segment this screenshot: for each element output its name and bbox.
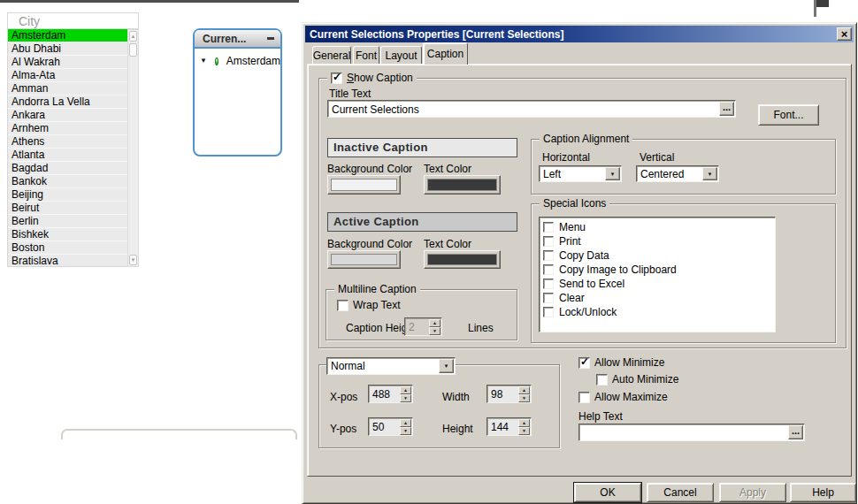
active-bg-color-swatch[interactable]: [327, 250, 401, 269]
field-dropdown-icon[interactable]: ▼: [200, 57, 207, 65]
inactive-text-color-swatch[interactable]: [424, 175, 501, 195]
city-list-item[interactable]: Amman: [8, 82, 127, 95]
scroll-down-icon[interactable]: ▼: [129, 255, 137, 265]
spin-down-icon[interactable]: ▼: [429, 327, 440, 335]
height-spinner[interactable]: 144 ▲ ▼: [486, 417, 532, 436]
allow-maximize-label: Allow Maximize: [594, 391, 668, 403]
selection-led-icon: [215, 57, 218, 65]
vertical-label: Vertical: [640, 151, 674, 164]
city-list-item[interactable]: Bratislava: [8, 255, 127, 267]
inactive-caption-preview: Inactive Caption: [327, 138, 517, 157]
wrap-text-row: Wrap Text: [337, 299, 401, 311]
inactive-text-color-label: Text Color: [424, 163, 471, 175]
font-button[interactable]: Font...: [758, 104, 819, 126]
lines-label: Lines: [468, 322, 494, 334]
show-caption-checkbox[interactable]: ✓: [331, 73, 342, 84]
city-list-item[interactable]: Amsterdam: [8, 29, 127, 42]
help-text-input[interactable]: ...: [578, 424, 805, 441]
city-list-item[interactable]: Andorra La Vella: [8, 95, 127, 109]
special-icon-label: Copy Data: [559, 249, 609, 262]
minimize-icon[interactable]: [267, 37, 274, 40]
help-text-more-button[interactable]: ...: [788, 425, 803, 439]
special-icon-checkbox[interactable]: [543, 222, 554, 233]
show-caption-legend: ✓ Show Caption: [327, 72, 417, 85]
width-spinner[interactable]: 98 ▲ ▼: [486, 385, 532, 403]
auto-minimize-checkbox[interactable]: [596, 374, 608, 386]
spin-down-icon[interactable]: ▼: [518, 427, 530, 435]
allow-minimize-checkbox[interactable]: ✓: [578, 357, 590, 369]
tab-font[interactable]: Font: [353, 46, 379, 64]
horizontal-align-select[interactable]: Left ▼: [539, 165, 622, 182]
title-text-input[interactable]: Current Selections ...: [327, 100, 736, 118]
title-text-more-button[interactable]: ...: [719, 102, 734, 116]
city-list-item[interactable]: Al Wakrah: [8, 56, 127, 69]
city-listbox-caption[interactable]: City: [7, 12, 139, 29]
dropdown-icon[interactable]: ▼: [439, 359, 454, 373]
active-text-color-swatch[interactable]: [424, 250, 501, 269]
allow-maximize-checkbox[interactable]: [578, 392, 590, 403]
special-icon-checkbox[interactable]: [543, 250, 554, 261]
city-list-item[interactable]: Abu Dhabi: [8, 42, 127, 56]
caption-height-spinner[interactable]: 2 ▲ ▼: [404, 317, 442, 336]
ok-button[interactable]: OK: [574, 483, 641, 502]
cancel-button[interactable]: Cancel: [647, 483, 714, 502]
special-icon-row: Clear: [540, 291, 775, 305]
xpos-spinner[interactable]: 488 ▲ ▼: [368, 385, 413, 403]
city-list-item[interactable]: Atlanta: [8, 149, 127, 162]
spin-up-icon[interactable]: ▲: [518, 386, 530, 394]
city-scrollbar[interactable]: ▲ ▼: [127, 29, 139, 267]
allow-minimize-row: ✓ Allow Minimize: [578, 356, 664, 369]
inactive-bg-color-label: Background Color: [327, 163, 412, 175]
title-text-value: Current Selections: [328, 101, 735, 116]
spin-up-icon[interactable]: ▲: [429, 319, 440, 327]
city-list-item[interactable]: Beirut: [8, 202, 127, 215]
apply-button[interactable]: Apply: [719, 483, 786, 502]
city-list-item[interactable]: Ankara: [8, 109, 127, 122]
scroll-thumb[interactable]: [129, 43, 137, 57]
ypos-spinner[interactable]: 50 ▲ ▼: [368, 417, 413, 436]
wrap-text-label: Wrap Text: [353, 299, 401, 311]
special-icon-checkbox[interactable]: [543, 307, 554, 317]
scroll-up-icon[interactable]: ▲: [129, 31, 137, 42]
city-list-item[interactable]: Alma-Ata: [8, 69, 127, 82]
active-text-color-label: Text Color: [424, 238, 471, 250]
city-list-item[interactable]: Boston: [8, 241, 127, 255]
selected-value[interactable]: Amsterdam: [226, 55, 280, 67]
layout-mode-select[interactable]: Normal ▼: [326, 357, 456, 375]
city-list-item[interactable]: Athens: [8, 135, 127, 149]
special-icon-checkbox[interactable]: [543, 293, 554, 303]
dropdown-icon[interactable]: ▼: [605, 167, 620, 180]
ypos-label: Y-pos: [330, 423, 356, 435]
city-list-item[interactable]: Bankok: [8, 175, 127, 188]
tab-caption[interactable]: Caption: [423, 42, 468, 65]
tab-general[interactable]: General: [312, 46, 351, 64]
spin-down-icon[interactable]: ▼: [400, 427, 411, 435]
check-icon: ✓: [580, 355, 589, 368]
spin-down-icon[interactable]: ▼: [518, 394, 530, 402]
vertical-align-select[interactable]: Centered ▼: [636, 165, 719, 182]
dropdown-icon[interactable]: ▼: [702, 167, 717, 180]
wrap-text-checkbox[interactable]: [337, 300, 349, 311]
city-list-item[interactable]: Arnhem: [8, 122, 127, 135]
city-list-item[interactable]: Beijing: [8, 188, 127, 202]
spin-up-icon[interactable]: ▲: [400, 419, 411, 427]
close-icon: ×: [841, 30, 848, 39]
special-icon-checkbox[interactable]: [543, 264, 554, 275]
auto-minimize-row: Auto Minimize: [596, 373, 678, 386]
spin-up-icon[interactable]: ▲: [400, 386, 411, 394]
special-icon-checkbox[interactable]: [543, 279, 554, 289]
spin-up-icon[interactable]: ▲: [518, 419, 530, 427]
dialog-titlebar[interactable]: Current Selections Properties [Current S…: [305, 26, 854, 42]
spin-down-icon[interactable]: ▼: [400, 394, 411, 402]
inactive-bg-color-swatch[interactable]: [327, 175, 401, 195]
close-button[interactable]: ×: [837, 27, 852, 41]
city-list-item[interactable]: Bishkek: [8, 228, 127, 241]
city-list-item[interactable]: Berlin: [8, 215, 127, 228]
tab-layout[interactable]: Layout: [380, 46, 422, 64]
city-list-item[interactable]: Bagdad: [8, 162, 127, 175]
current-selections-titlebar[interactable]: Curren...: [195, 30, 280, 49]
help-button[interactable]: Help: [790, 483, 856, 502]
position-group: X-pos 488 ▲ ▼ Width 98 ▲ ▼ Y-pos: [318, 364, 560, 448]
special-icon-checkbox[interactable]: [543, 236, 554, 247]
background-sheet-edge: [0, 0, 299, 3]
